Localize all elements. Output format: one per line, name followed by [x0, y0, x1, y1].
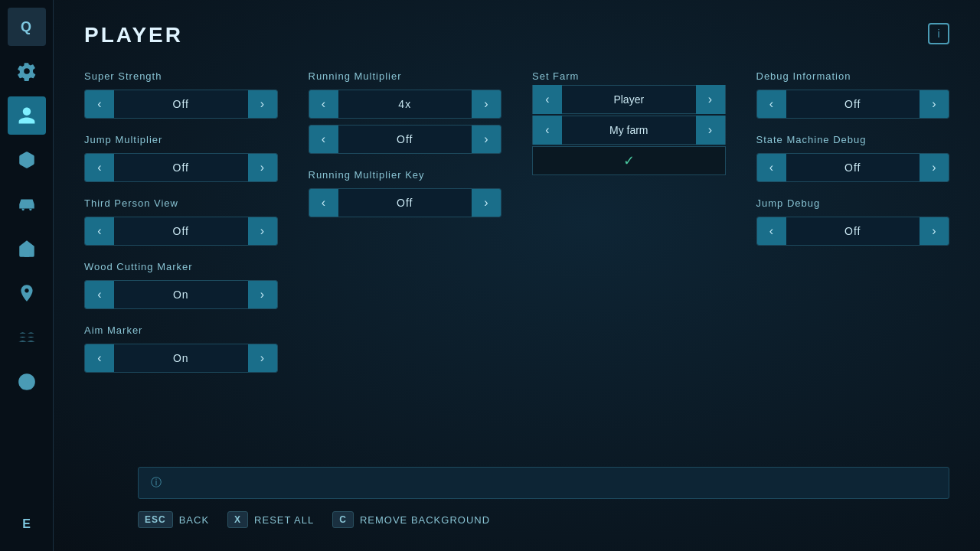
page-title: PLAYER	[84, 23, 949, 47]
running-multiplier-value: 4x	[338, 98, 472, 110]
setting-jump-debug: Jump Debug ‹ Off ›	[756, 197, 950, 246]
state-machine-debug-next[interactable]: ›	[920, 153, 949, 182]
sidebar-item-home[interactable]	[8, 230, 46, 268]
state-machine-debug-prev[interactable]: ‹	[757, 153, 786, 182]
aim-marker-label: Aim Marker	[84, 324, 278, 336]
set-farm-label: Set Farm	[532, 70, 726, 82]
running-multiplier-key-prev[interactable]: ‹	[309, 188, 338, 217]
map-icon	[17, 283, 37, 303]
super-strength-value: Off	[114, 98, 248, 110]
aim-marker-prev[interactable]: ‹	[85, 344, 114, 373]
sidebar-item-q[interactable]: Q	[8, 8, 46, 46]
debug-information-label: Debug Information	[756, 70, 950, 82]
running-multiplier-key-label: Running Multiplier Key	[309, 169, 502, 181]
remove-bg-key-badge: C	[332, 511, 354, 528]
back-key-label: BACK	[179, 514, 209, 526]
running-multiplier-next[interactable]: ›	[472, 90, 501, 119]
running-multiplier-spinner: ‹ 4x ›	[309, 90, 502, 119]
info-icon-top[interactable]: i	[928, 23, 949, 44]
back-key-btn[interactable]: ESC BACK	[138, 511, 209, 528]
super-strength-prev[interactable]: ‹	[85, 90, 114, 119]
sidebar-item-help[interactable]	[8, 363, 46, 401]
farm-row-player: ‹ Player ›	[532, 85, 726, 114]
farm-my-farm-next[interactable]: ›	[696, 116, 725, 145]
jump-multiplier-prev[interactable]: ‹	[85, 153, 114, 182]
waves-icon	[17, 328, 37, 347]
setting-debug-information: Debug Information ‹ Off ›	[756, 70, 950, 119]
jump-multiplier-spinner: ‹ Off ›	[84, 153, 278, 182]
setting-state-machine-debug: State Machine Debug ‹ Off ›	[756, 134, 950, 182]
third-person-view-label: Third Person View	[84, 197, 278, 209]
sidebar-item-player[interactable]	[8, 96, 46, 135]
farm-checkmark: ✓	[623, 152, 635, 169]
running-multiplier-label: Running Multiplier	[309, 70, 502, 82]
farm-player-prev[interactable]: ‹	[533, 85, 562, 114]
farm-check-row[interactable]: ✓	[532, 146, 726, 175]
col2-settings: Running Multiplier ‹ 4x › ‹ Off › Runnin…	[309, 70, 502, 388]
wood-cutting-marker-label: Wood Cutting Marker	[84, 261, 278, 272]
farm-player-value: Player	[562, 93, 696, 106]
aim-marker-spinner: ‹ On ›	[84, 344, 278, 373]
sidebar-item-map[interactable]	[8, 274, 46, 312]
setting-running-multiplier: Running Multiplier ‹ 4x › ‹ Off ›	[309, 70, 502, 154]
sidebar-item-weather[interactable]	[8, 318, 46, 357]
debug-information-spinner: ‹ Off ›	[756, 90, 950, 119]
debug-information-prev[interactable]: ‹	[757, 90, 786, 119]
setting-aim-marker: Aim Marker ‹ On ›	[84, 324, 278, 373]
setting-third-person-view: Third Person View ‹ Off ›	[84, 197, 278, 246]
jump-debug-prev[interactable]: ‹	[757, 217, 786, 246]
jump-debug-value: Off	[786, 225, 920, 237]
jump-debug-spinner: ‹ Off ›	[756, 217, 950, 246]
state-machine-debug-value: Off	[786, 161, 920, 174]
sidebar-item-vehicle[interactable]	[8, 185, 46, 223]
aim-marker-next[interactable]: ›	[248, 344, 277, 373]
set-farm-group: Set Farm ‹ Player › ‹ My farm › ✓	[532, 70, 726, 177]
reset-all-key-btn[interactable]: X RESET ALL	[227, 511, 314, 528]
col4-settings: Debug Information ‹ Off › State Machine …	[756, 70, 950, 388]
wood-cutting-marker-next[interactable]: ›	[248, 280, 277, 309]
info-bar: ⓘ	[138, 467, 949, 499]
debug-information-next[interactable]: ›	[920, 90, 949, 119]
running-multiplier-key-spinner: ‹ Off ›	[309, 188, 502, 217]
running-multiplier-prev[interactable]: ‹	[309, 90, 338, 119]
main-content: PLAYER i Super Strength ‹ Off › Jump Mul…	[54, 0, 980, 551]
box-icon	[17, 150, 37, 170]
running-multiplier-secondary-prev[interactable]: ‹	[309, 125, 338, 154]
back-key-badge: ESC	[138, 511, 173, 528]
jump-multiplier-next[interactable]: ›	[248, 153, 277, 182]
aim-marker-value: On	[114, 352, 248, 364]
gear-icon	[17, 61, 37, 81]
info-icon-label: i	[937, 28, 939, 40]
super-strength-label: Super Strength	[84, 70, 278, 82]
super-strength-next[interactable]: ›	[248, 90, 277, 119]
sidebar-item-inventory[interactable]	[8, 141, 46, 179]
farm-my-farm-prev[interactable]: ‹	[533, 116, 562, 145]
running-multiplier-key-value: Off	[338, 197, 472, 209]
third-person-view-prev[interactable]: ‹	[85, 217, 114, 246]
key-bar: ESC BACK X RESET ALL C REMOVE BACKGROUND	[138, 511, 949, 528]
third-person-view-value: Off	[114, 225, 248, 237]
jump-debug-label: Jump Debug	[756, 197, 950, 209]
sidebar-item-e[interactable]: E	[8, 505, 46, 543]
third-person-view-next[interactable]: ›	[248, 217, 277, 246]
reset-all-key-badge: X	[227, 511, 248, 528]
sidebar-item-settings[interactable]	[8, 52, 46, 90]
debug-information-value: Off	[786, 98, 920, 110]
setting-running-multiplier-key: Running Multiplier Key ‹ Off ›	[309, 169, 502, 217]
super-strength-spinner: ‹ Off ›	[84, 90, 278, 119]
question-icon	[17, 372, 37, 392]
remove-bg-key-btn[interactable]: C REMOVE BACKGROUND	[332, 511, 490, 528]
jump-debug-next[interactable]: ›	[920, 217, 949, 246]
running-multiplier-secondary-spinner: ‹ Off ›	[309, 125, 502, 154]
running-multiplier-secondary-value: Off	[338, 133, 472, 145]
person-icon	[17, 106, 37, 126]
bottom-bar: ⓘ ESC BACK X RESET ALL C REMOVE BACKGROU…	[138, 467, 949, 528]
state-machine-debug-label: State Machine Debug	[756, 134, 950, 145]
remove-bg-key-label: REMOVE BACKGROUND	[360, 514, 490, 526]
farm-player-next[interactable]: ›	[696, 85, 725, 114]
info-bar-icon: ⓘ	[151, 476, 162, 490]
running-multiplier-secondary-next[interactable]: ›	[472, 125, 501, 154]
wood-cutting-marker-prev[interactable]: ‹	[85, 280, 114, 309]
running-multiplier-key-next[interactable]: ›	[472, 188, 501, 217]
farm-row-my-farm: ‹ My farm ›	[532, 116, 726, 145]
